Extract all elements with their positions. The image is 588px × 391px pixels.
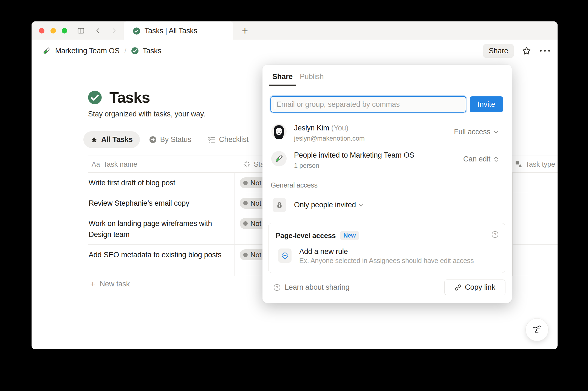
close-window-button[interactable]	[39, 28, 44, 33]
copy-link-button[interactable]: Copy link	[444, 280, 505, 295]
invite-row: Invite	[270, 96, 503, 113]
avatar	[271, 124, 287, 139]
share-button[interactable]: Share	[483, 44, 514, 58]
app-window: Tasks | All Tasks + Marketing Team OS / …	[32, 21, 558, 349]
share-dialog-footer: ? Learn about sharing Copy link	[262, 273, 512, 303]
text-property-icon: Aa	[92, 160, 100, 168]
group-name: People invited to Marketing Team OS	[294, 151, 414, 160]
notion-face-icon	[531, 323, 543, 336]
person-email: jeslyn@makenotion.com	[294, 135, 365, 142]
page-subtitle: Stay organized with tasks, your way.	[88, 110, 205, 118]
help-icon[interactable]: ?	[491, 231, 499, 238]
tab-bar: Tasks | All Tasks +	[32, 21, 558, 40]
chevron-down-icon	[493, 129, 499, 135]
task-name-cell[interactable]: Add SEO metadata to existing blog posts	[89, 249, 227, 260]
new-tab-button[interactable]: +	[239, 25, 250, 36]
sidebar-toggle-icon[interactable]	[77, 27, 85, 35]
chevron-down-icon	[358, 202, 364, 208]
svg-text:?: ?	[276, 285, 278, 290]
forward-chevron-icon[interactable]	[110, 27, 118, 35]
link-icon	[454, 284, 462, 291]
column-label: Task name	[103, 160, 137, 169]
chevron-up-down-icon	[493, 156, 499, 163]
add-rule-hint: Ex. Anyone selected in Assignees should …	[299, 257, 474, 265]
general-access-value: Only people invited	[294, 201, 356, 209]
share-dialog-tabs: Share Publish	[262, 65, 512, 86]
svg-text:?: ?	[494, 232, 496, 237]
plus-icon: +	[90, 279, 95, 289]
shapes-icon	[515, 161, 522, 168]
task-name-cell[interactable]: Review Stephanie’s email copy	[89, 198, 227, 209]
status-dot	[243, 253, 248, 257]
green-check-icon	[133, 27, 140, 35]
workspace-avatar	[271, 151, 287, 166]
tab-title: Tasks | All Tasks	[145, 27, 197, 35]
page-level-access-title: Page-level access	[276, 231, 336, 240]
person-name: Jeslyn Kim	[294, 124, 329, 132]
group-info: People invited to Marketing Team OS 1 pe…	[294, 151, 414, 169]
general-access-row[interactable]: Only people invited	[262, 198, 512, 212]
learn-label: Learn about sharing	[285, 283, 349, 292]
page-level-access-box: Page-level access New ? Add a new rule E…	[268, 223, 505, 273]
column-header-task-name[interactable]: Aa Task name	[92, 155, 137, 173]
active-tab[interactable]: Tasks | All Tasks	[124, 21, 233, 40]
tab-share[interactable]: Share	[269, 72, 296, 86]
green-check-icon[interactable]	[87, 90, 102, 105]
task-name-cell[interactable]: Write first draft of blog post	[89, 177, 227, 188]
diamond-plus-icon	[278, 248, 292, 263]
general-access-label: General access	[271, 181, 318, 189]
page-title: Tasks	[109, 88, 150, 106]
access-dropdown-can-edit[interactable]: Can edit	[463, 155, 499, 163]
view-tabs: All Tasks By Status Checklist	[83, 131, 256, 148]
person-info: Jeslyn Kim (You) jeslyn@makenotion.com	[294, 124, 365, 142]
new-badge: New	[340, 231, 359, 240]
star-outline-icon[interactable]	[522, 46, 531, 55]
task-name-cell[interactable]: Work on landing page wireframes with Des…	[89, 218, 227, 240]
page-heading: Tasks	[87, 88, 150, 106]
tab-publish[interactable]: Publish	[296, 72, 327, 86]
test-tube-icon	[42, 46, 51, 55]
breadcrumb-divider: /	[123, 47, 127, 55]
status-dot	[243, 181, 248, 185]
share-dialog: Share Publish Invite	[262, 65, 512, 303]
column-header-task-type[interactable]: Task type	[515, 155, 555, 173]
view-tab-checklist[interactable]: Checklist	[201, 131, 256, 148]
view-tab-by-status[interactable]: By Status	[142, 131, 199, 148]
learn-about-sharing-link[interactable]: ? Learn about sharing	[273, 283, 349, 292]
column-divider	[512, 173, 513, 276]
minimize-window-button[interactable]	[50, 28, 56, 33]
breadcrumb-page[interactable]: Tasks	[143, 47, 161, 55]
status-dot	[243, 221, 248, 226]
column-divider	[234, 173, 235, 276]
plus-icon: +	[242, 25, 248, 37]
view-tab-label: Checklist	[219, 135, 249, 144]
breadcrumb-workspace[interactable]: Marketing Team OS	[55, 47, 120, 55]
view-tab-label: By Status	[160, 135, 191, 144]
invite-button[interactable]: Invite	[470, 96, 503, 112]
person-row[interactable]: Jeslyn Kim (You) jeslyn@makenotion.com F…	[262, 124, 512, 143]
breadcrumb: Marketing Team OS / Tasks	[42, 46, 161, 55]
group-count: 1 person	[294, 162, 414, 169]
green-check-icon	[131, 47, 139, 55]
test-tube-icon	[274, 154, 284, 163]
new-task-label: New task	[100, 280, 130, 288]
text-caret	[275, 100, 275, 109]
more-options-icon[interactable]	[539, 48, 550, 53]
top-actions: Share	[483, 44, 550, 58]
notion-ai-button[interactable]	[525, 318, 549, 341]
back-chevron-icon[interactable]	[94, 27, 102, 35]
add-rule-button[interactable]: Add a new rule	[299, 247, 348, 256]
zoom-window-button[interactable]	[62, 28, 67, 33]
person-row[interactable]: People invited to Marketing Team OS 1 pe…	[262, 151, 512, 170]
status-dot	[243, 201, 248, 205]
copy-link-label: Copy link	[465, 283, 495, 292]
view-tab-all-tasks[interactable]: All Tasks	[83, 131, 140, 148]
help-icon: ?	[273, 284, 281, 291]
status-spinner-icon	[243, 161, 250, 168]
star-filled-icon	[91, 136, 98, 143]
invite-email-input[interactable]	[270, 96, 466, 113]
arrow-circle-icon	[149, 136, 157, 143]
access-dropdown-full-access[interactable]: Full access	[454, 128, 499, 136]
lock-icon	[273, 198, 286, 212]
person-you-suffix: (You)	[331, 124, 349, 132]
